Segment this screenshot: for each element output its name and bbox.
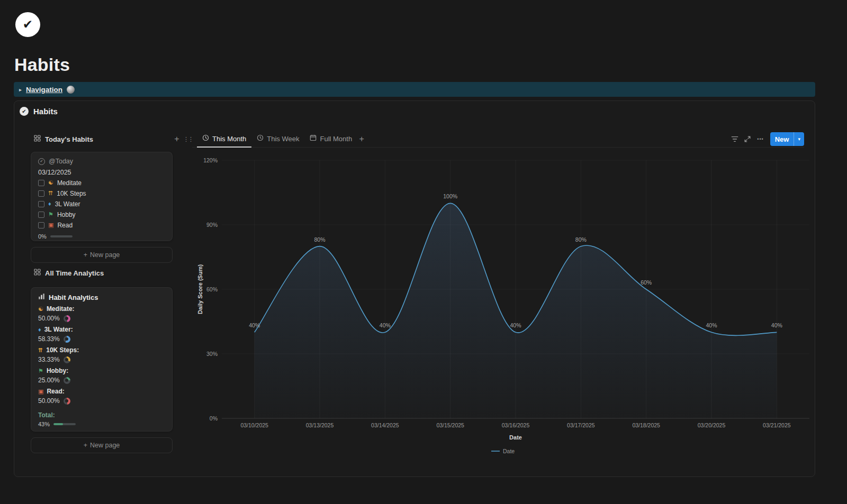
analytics-value-row: 50.00% xyxy=(38,315,165,322)
today-progress: 0% xyxy=(38,233,165,240)
view-label: All Time Analytics xyxy=(45,269,104,277)
analytics-card-header: Habit Analytics xyxy=(38,293,165,301)
gallery-grid-icon xyxy=(34,135,41,143)
more-options-icon[interactable]: ••• xyxy=(757,136,763,142)
page-icon[interactable]: ✔ xyxy=(15,12,40,37)
bar-chart-icon xyxy=(38,293,45,301)
water-icon: ♦ xyxy=(38,327,41,333)
analytics-card-title: Habit Analytics xyxy=(49,294,98,301)
svg-text:03/10/2025: 03/10/2025 xyxy=(240,422,268,428)
today-date: 03/12/2025 xyxy=(38,169,165,176)
svg-text:60%: 60% xyxy=(206,286,218,292)
new-button[interactable]: New ▾ xyxy=(770,132,804,146)
hobby-icon: ⚑ xyxy=(48,212,53,217)
tab-this-week[interactable]: This Week xyxy=(251,131,304,148)
total-progress-bar xyxy=(53,423,76,425)
habit-label: Hobby xyxy=(57,211,76,218)
meditate-icon: ☯ xyxy=(48,180,53,186)
svg-text:03/16/2025: 03/16/2025 xyxy=(502,422,530,428)
add-view-icon[interactable]: + xyxy=(357,134,366,144)
svg-text:40%: 40% xyxy=(771,322,782,328)
navigation-callout[interactable]: ▸ Navigation xyxy=(14,82,815,97)
analytics-label-row: ⇈ 10K Steps: xyxy=(38,346,165,354)
analytics-label-row: ☯ Meditate: xyxy=(38,305,165,313)
svg-text:40%: 40% xyxy=(380,322,391,328)
svg-text:30%: 30% xyxy=(206,351,218,357)
tab-full-month[interactable]: Full Month xyxy=(304,131,357,148)
today-progress-label: 0% xyxy=(38,233,47,240)
habit-label: 10K Steps xyxy=(57,190,86,197)
habit-label: Meditate xyxy=(57,179,82,187)
analytics-value: 25.00% xyxy=(38,377,60,384)
svg-text:03/21/2025: 03/21/2025 xyxy=(763,422,791,428)
new-page-button[interactable]: + New page xyxy=(31,437,173,453)
read-icon: ▣ xyxy=(48,222,53,228)
svg-text:90%: 90% xyxy=(206,222,218,228)
analytics-label: Read: xyxy=(47,388,64,395)
analytics-label-row: ⚑ Hobby: xyxy=(38,367,165,374)
svg-text:120%: 120% xyxy=(203,157,218,163)
analytics-value: 58.33% xyxy=(38,335,60,343)
meditate-icon: ☯ xyxy=(38,306,43,312)
progress-ring xyxy=(64,356,70,363)
clock-icon xyxy=(202,134,209,143)
svg-text:03/13/2025: 03/13/2025 xyxy=(306,422,334,428)
view-today-habits[interactable]: Today's Habits xyxy=(34,135,173,143)
habit-row: ☯ Meditate xyxy=(38,179,165,187)
tab-this-month[interactable]: This Month xyxy=(197,131,251,148)
habit-checkbox-hobby[interactable] xyxy=(38,212,44,218)
analytics-card[interactable]: Habit Analytics ☯ Meditate: 50.00% ♦ 3L … xyxy=(31,287,173,432)
analytics-value-row: 25.00% xyxy=(38,377,165,384)
today-progress-bar xyxy=(50,235,73,237)
progress-ring xyxy=(64,377,70,384)
today-check-icon: ✔ xyxy=(38,158,45,165)
add-block-icon[interactable]: + xyxy=(173,134,181,144)
view-all-time-analytics[interactable]: All Time Analytics xyxy=(34,269,104,277)
svg-text:0%: 0% xyxy=(210,415,218,421)
database-header: ✔ Habits xyxy=(20,107,58,116)
habit-row: ♦ 3L Water xyxy=(38,200,165,208)
chevron-down-icon[interactable]: ▾ xyxy=(794,136,804,142)
habit-row: ⚑ Hobby xyxy=(38,210,165,218)
habit-chart: 0%30%60%90%120%03/10/202503/13/202503/14… xyxy=(196,153,816,470)
filter-icon[interactable] xyxy=(729,134,740,144)
tab-label: Full Month xyxy=(320,135,352,143)
analytics-label: 3L Water: xyxy=(44,326,73,333)
today-card[interactable]: ✔ @Today 03/12/2025 ☯ Meditate ⇈ 10K Ste… xyxy=(31,152,173,241)
habit-checkbox-steps[interactable] xyxy=(38,190,44,197)
analytics-value: 50.00% xyxy=(38,397,60,405)
habit-checkbox-meditate[interactable] xyxy=(38,180,44,186)
svg-text:40%: 40% xyxy=(510,322,521,328)
new-button-label[interactable]: New xyxy=(770,135,794,143)
tab-label: This Week xyxy=(267,135,299,143)
svg-text:Date: Date xyxy=(509,434,522,441)
steps-icon: ⇈ xyxy=(48,190,53,196)
expand-icon[interactable] xyxy=(742,134,753,144)
clock-icon xyxy=(257,134,264,143)
habit-label: Read xyxy=(57,222,73,229)
svg-text:40%: 40% xyxy=(249,322,260,328)
plus-icon: + xyxy=(84,251,87,259)
calendar-icon xyxy=(310,134,317,143)
total-progress: 43% xyxy=(38,421,165,427)
toggle-arrow-icon[interactable]: ▸ xyxy=(19,87,22,93)
new-page-button[interactable]: + New page xyxy=(31,247,173,263)
progress-ring xyxy=(64,336,70,343)
plus-icon: + xyxy=(84,442,87,449)
habit-checkbox-read[interactable] xyxy=(38,222,44,228)
analytics-value-row: 50.00% xyxy=(38,397,165,405)
steps-icon: ⇈ xyxy=(38,347,43,353)
globe-icon xyxy=(67,86,75,94)
habit-checkbox-water[interactable] xyxy=(38,201,44,207)
view-tabs: This Month This Week Full Month + xyxy=(197,131,366,148)
svg-text:03/20/2025: 03/20/2025 xyxy=(698,422,726,428)
analytics-value: 33.33% xyxy=(38,356,60,363)
analytics-value: 50.00% xyxy=(38,315,60,322)
habit-chart-svg: 0%30%60%90%120%03/10/202503/13/202503/14… xyxy=(196,153,816,462)
total-value: 43% xyxy=(38,421,50,427)
navigation-link[interactable]: Navigation xyxy=(26,86,62,94)
habit-row: ▣ Read xyxy=(38,221,165,229)
drag-handle-icon[interactable]: ⋮⋮ xyxy=(183,136,193,143)
tabs-divider xyxy=(192,147,804,148)
habits-database-panel: ✔ Habits Today's Habits + ⋮⋮ This Month … xyxy=(14,100,815,477)
